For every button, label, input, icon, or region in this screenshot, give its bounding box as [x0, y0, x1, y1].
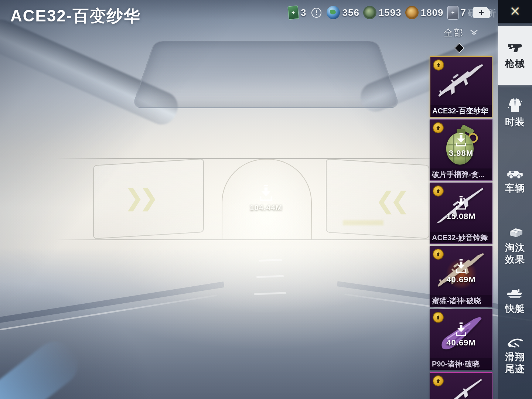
download-icon [453, 322, 469, 337]
tab-vehicles[interactable]: 车辆 [498, 157, 532, 203]
tab-label: 滑翔尾迹 [504, 351, 526, 375]
preview-download-size: 104.44M [250, 203, 283, 212]
item-card-partial[interactable] [430, 372, 492, 399]
item-name: P90-诸神·破晓 [430, 358, 492, 370]
supply-ticket-count: 3 [301, 7, 306, 18]
upgradable-badge-icon [433, 185, 444, 197]
chevron-down-icon [470, 30, 478, 35]
close-button[interactable]: ✕ [498, 0, 532, 23]
add-currency-button[interactable]: + [473, 7, 490, 18]
upgradable-badge-icon [433, 375, 444, 386]
tab-label: 枪械 [504, 58, 526, 69]
upgradable-badge-icon [433, 249, 444, 260]
card-count: 7 [461, 7, 466, 18]
tab-speedboat[interactable]: 快艇 [498, 278, 532, 324]
green-coin-count: 1593 [379, 7, 402, 18]
upgradable-badge-icon [433, 312, 444, 323]
owned-filter[interactable] [430, 41, 492, 55]
item-download-size: 40.69M [446, 338, 475, 348]
item-download-size: 40.69M [446, 275, 475, 284]
crates-icon [506, 226, 524, 239]
globe-count: 356 [342, 7, 359, 18]
item-card-honey-badger[interactable]: 40.69M 蜜獾-诸神·破晓 [430, 246, 492, 307]
currency-supply-ticket[interactable]: ✦ 3 [288, 6, 306, 19]
currency-alert[interactable]: ! [310, 8, 323, 18]
item-name: ACE32-百变纱华 [430, 105, 492, 117]
currency-globe[interactable]: 356 [327, 6, 359, 19]
green-coin-icon [363, 6, 376, 19]
item-name: 蜜獾-诸神·破晓 [430, 295, 492, 307]
category-dropdown-value: 全部 [444, 27, 464, 39]
tab-label: 快艇 [504, 303, 526, 314]
silver-card-icon: ✦ [447, 6, 458, 20]
tab-glider-trail[interactable]: 滑翔尾迹 [498, 325, 532, 384]
exclamation-icon: ! [311, 8, 321, 18]
bronze-coin-count: 1809 [421, 7, 444, 18]
item-name: ACE32-妙音铃舞 [430, 232, 492, 243]
tab-label: 车辆 [504, 182, 526, 194]
item-card-p90[interactable]: 40.69M P90-诸神·破晓 [430, 309, 492, 370]
item-card-ace32-miaoyinlingwu[interactable]: 15.08M ACE32-妙音铃舞 [430, 183, 492, 244]
page-title: ACE32-百变纱华 [10, 5, 141, 27]
supply-ticket-icon: ✦ [287, 6, 299, 20]
download-icon [453, 195, 469, 211]
owned-diamond-icon [454, 43, 464, 53]
tab-label: 时装 [504, 116, 526, 128]
currency-bar: ✦ 3 ! 356 1593 1809 ✦ 7 + [288, 5, 490, 20]
item-download-size: 3.98M [449, 149, 473, 158]
tab-elimination-effects[interactable]: 淘汰效果 [498, 214, 532, 277]
item-card-grenade[interactable]: 3.98M 破片手榴弹-贪... [430, 119, 492, 181]
item-download-size: 15.08M [446, 212, 475, 221]
category-dropdown[interactable]: 全部 [430, 26, 492, 39]
jeep-icon [506, 167, 524, 179]
pistol-icon [507, 41, 524, 55]
shirt-icon [507, 98, 524, 113]
currency-green-coin[interactable]: 1593 [363, 6, 402, 19]
upgradable-badge-icon [433, 59, 444, 71]
item-name: 破片手榴弹-贪... [430, 168, 492, 180]
download-icon [257, 184, 275, 202]
upgradable-badge-icon [433, 122, 444, 133]
bronze-coin-icon [405, 6, 419, 19]
currency-card[interactable]: ✦ 7 [447, 6, 466, 20]
currency-bronze-coin[interactable]: 1809 [405, 6, 444, 19]
glider-icon [506, 335, 524, 348]
globe-coin-icon [327, 6, 340, 19]
close-icon: ✕ [509, 4, 521, 19]
tab-label: 淘汰效果 [504, 242, 526, 265]
item-card-ace32-baibianshahua[interactable]: ACE32-百变纱华 [430, 56, 492, 117]
download-icon [453, 132, 469, 148]
tab-firearms[interactable]: 枪械 [498, 26, 532, 85]
game-screen: ❯❯ ❮❮ 104.44M ACE32-百变纱华 研究所 ✦ 3 ! 356 [0, 0, 532, 399]
download-icon [453, 259, 469, 274]
category-sidebar: ✕ 枪械 时装 [498, 0, 532, 399]
boat-icon [506, 288, 524, 300]
preview-download-indicator: 104.44M [239, 184, 293, 212]
tab-fashion[interactable]: 时装 [498, 89, 532, 137]
